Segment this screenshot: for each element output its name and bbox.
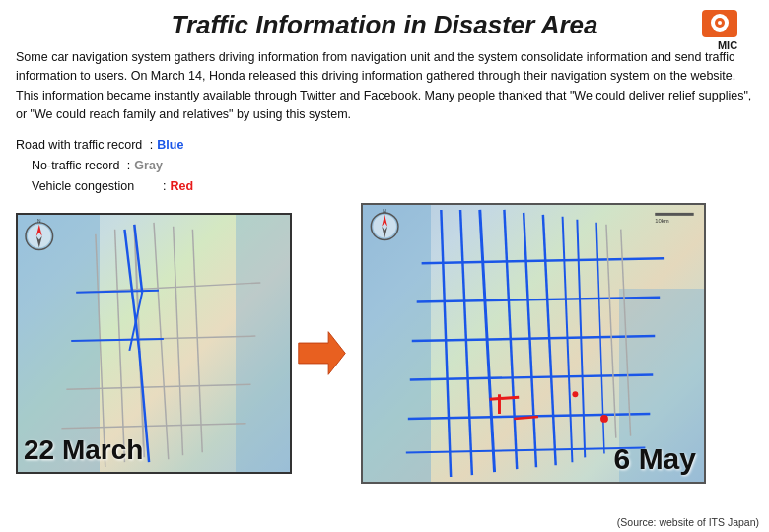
arrow-right-icon — [295, 326, 349, 380]
svg-line-11 — [66, 385, 250, 390]
svg-line-25 — [441, 210, 451, 477]
svg-rect-52 — [655, 213, 693, 216]
svg-line-26 — [460, 210, 472, 475]
header: Traffic Information in Disaster Area MIC — [16, 10, 753, 40]
svg-line-29 — [524, 213, 536, 467]
svg-line-7 — [174, 227, 183, 455]
legend-row-no-traffic: No-traffic record : Gray — [16, 156, 753, 176]
svg-line-16 — [76, 291, 159, 293]
mic-logo-text: MIC — [702, 39, 753, 51]
svg-text:N: N — [37, 219, 41, 224]
legend-no-traffic-color: Gray — [134, 156, 163, 176]
svg-line-36 — [412, 336, 655, 341]
page-title: Traffic Information in Disaster Area — [172, 10, 598, 40]
map-left: N 22 March — [16, 213, 292, 474]
svg-line-12 — [61, 424, 245, 429]
svg-point-45 — [600, 415, 608, 423]
svg-line-35 — [417, 298, 660, 302]
svg-line-30 — [543, 215, 556, 465]
svg-line-3 — [96, 234, 105, 467]
legend: Road with traffic record : Blue No-traff… — [16, 135, 753, 198]
mic-logo: MIC — [702, 10, 753, 47]
map-right: N 10km 6 May — [361, 203, 706, 484]
svg-marker-24 — [298, 332, 344, 375]
svg-point-46 — [572, 392, 578, 398]
source-text: (Source: website of ITS Japan) — [617, 516, 759, 528]
svg-point-2 — [718, 21, 722, 25]
body-text: Some car navigation system gathers drivi… — [16, 48, 753, 125]
legend-no-traffic-label: No-traffic record — [32, 156, 119, 176]
arrow-container — [292, 326, 351, 380]
svg-line-27 — [480, 210, 495, 472]
svg-line-8 — [192, 230, 202, 453]
svg-line-6 — [154, 223, 169, 459]
legend-row-traffic: Road with traffic record : Blue — [16, 135, 753, 156]
map-left-canvas: N 22 March — [16, 213, 292, 474]
legend-traffic-label: Road with traffic record — [16, 135, 142, 156]
legend-traffic-color: Blue — [157, 135, 183, 156]
map-right-canvas: N 10km 6 May — [361, 203, 706, 484]
map-left-date: 22 March — [24, 434, 143, 466]
page-container: Traffic Information in Disaster Area MIC… — [0, 0, 769, 532]
legend-congestion-color: Red — [171, 176, 194, 197]
svg-line-15 — [71, 339, 164, 341]
svg-text:N: N — [383, 209, 386, 214]
svg-line-34 — [422, 258, 664, 263]
map-right-date: 6 May — [614, 442, 696, 476]
legend-congestion-label: Vehicle congestion — [32, 176, 134, 197]
svg-line-39 — [406, 448, 646, 453]
maps-section: N 22 March — [16, 203, 753, 484]
legend-row-congestion: Vehicle congestion : Red — [16, 176, 753, 197]
svg-line-42 — [490, 397, 520, 399]
svg-line-18 — [129, 293, 142, 351]
svg-line-31 — [563, 217, 573, 462]
svg-text:10km: 10km — [655, 218, 669, 224]
svg-line-40 — [606, 225, 616, 438]
